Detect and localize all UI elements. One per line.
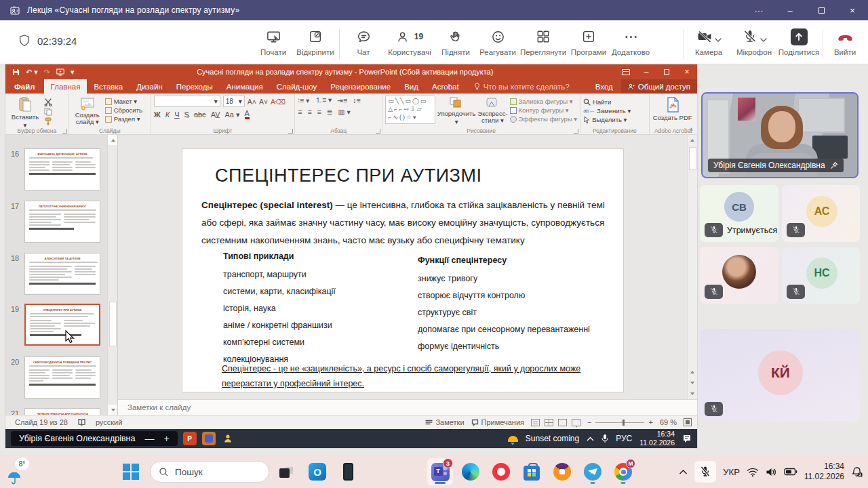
ppt-close-button[interactable]: × — [677, 64, 697, 79]
select-button[interactable]: Выделить ▾ — [583, 116, 631, 123]
tray-mic-muted-button[interactable] — [694, 461, 716, 483]
unpin-button[interactable]: Відкріпити — [294, 25, 336, 56]
mic-button[interactable]: Мікрофон — [730, 25, 778, 56]
italic-icon[interactable]: К — [165, 110, 170, 119]
window-close-button[interactable]: × — [837, 0, 868, 20]
slideshow-view-button[interactable] — [572, 419, 580, 426]
panel-scrollbar[interactable] — [107, 135, 117, 415]
language-switcher[interactable]: УКР — [723, 467, 740, 477]
zoom-slider[interactable] — [595, 422, 644, 423]
raise-hand-button[interactable]: Підняти — [435, 25, 477, 56]
tab-review[interactable]: Рецензирование — [323, 79, 397, 94]
reset-button[interactable]: Сбросить — [105, 106, 142, 114]
thumbnail-20[interactable]: 20 САМОУШКОДЖУЮЧА ПОВЕДІНКА ПРИ РАС — [5, 357, 117, 399]
paragraph-dialog-launcher[interactable] — [376, 129, 380, 134]
editor-scroll-down-button[interactable] — [688, 388, 697, 399]
font-name-combo[interactable]: ▾ — [154, 96, 220, 107]
tray-clock[interactable]: 16:3411.02.2026 — [804, 462, 844, 482]
numbering-icon[interactable]: ⒈≡ ▾ — [315, 96, 332, 105]
zoom-level[interactable]: 69 % — [660, 418, 677, 426]
pin-icon[interactable] — [830, 161, 838, 169]
strikethrough-icon[interactable]: abc — [194, 110, 206, 119]
battery-icon[interactable] — [784, 468, 797, 476]
copy-icon[interactable] — [44, 108, 52, 116]
font-dialog-launcher[interactable] — [288, 129, 293, 134]
tray-expand-chevron[interactable] — [679, 469, 688, 474]
tray-expand-icon[interactable] — [587, 436, 594, 441]
tab-home[interactable]: Главная — [44, 79, 87, 94]
chrome-icon[interactable]: M — [610, 458, 636, 485]
editor-scrollbar[interactable] — [687, 135, 697, 399]
bold-icon[interactable]: Ж — [154, 110, 161, 119]
mic-options-chevron[interactable] — [760, 38, 767, 42]
powerpoint-taskbar-icon[interactable]: P — [183, 432, 197, 445]
font-color-icon[interactable]: A — [245, 110, 250, 119]
slide-sorter-view-button[interactable] — [545, 419, 553, 426]
align-right-icon[interactable]: ≡ — [317, 108, 321, 116]
paste-button[interactable]: Вставить▾ — [8, 96, 42, 127]
outlook-icon[interactable]: O — [304, 458, 330, 485]
camera-button[interactable]: Камера — [687, 25, 730, 56]
sign-in-link[interactable]: Вход — [587, 83, 621, 91]
shared-notifications-icon[interactable] — [682, 434, 692, 443]
start-recording-button[interactable]: Почати — [252, 25, 294, 56]
share-access-button[interactable]: Общий доступ — [621, 79, 697, 94]
thumbnail-18[interactable]: 18 АЛЕКСИТИМІЯ ТА АУТИЗМ — [5, 253, 117, 295]
new-slide-button[interactable]: Создать слайд ▾ — [72, 96, 103, 127]
weather-status[interactable]: Sunset coming — [526, 434, 579, 443]
shared-lang-indicator[interactable]: РУС — [616, 434, 632, 443]
tab-acrobat[interactable]: Acrobat — [425, 79, 466, 94]
collapse-ribbon-icon[interactable]: ˄ — [690, 126, 693, 133]
change-case-icon[interactable]: Aa ▾ — [224, 110, 239, 119]
window-more-button[interactable]: ··· — [743, 0, 774, 20]
teams-taskbar-icon[interactable] — [202, 432, 216, 445]
tab-transitions[interactable]: Переходы — [170, 79, 220, 94]
shape-outline-button[interactable]: Контур фигуры ▾ — [510, 106, 578, 114]
replace-button[interactable]: ab↔Заменить ▾ — [583, 107, 631, 115]
comments-toggle[interactable]: Примечания — [471, 418, 525, 426]
fit-slide-button[interactable] — [684, 418, 692, 426]
start-button[interactable] — [119, 458, 145, 485]
pill-plus-icon[interactable]: + — [163, 433, 169, 444]
language-indicator[interactable]: русский — [96, 418, 122, 426]
ribbon-display-options-icon[interactable] — [616, 64, 636, 79]
editor-scroll-up-button[interactable] — [688, 135, 697, 146]
ppt-minimize-button[interactable]: – — [636, 64, 656, 79]
slideshow-icon[interactable] — [56, 68, 64, 76]
panel-scroll-down-button[interactable] — [108, 405, 118, 415]
undo-icon[interactable]: ↶ ▾ — [26, 68, 38, 76]
leave-button[interactable]: Вийти — [826, 25, 864, 56]
view-button[interactable]: Переглянути — [519, 25, 568, 56]
shape-fill-button[interactable]: Заливка фигуры ▾ — [510, 98, 578, 105]
current-slide[interactable]: СПЕЦІНТЕРЕС ПРИ АУТИЗМІ Спецінтерес (spe… — [182, 149, 623, 392]
tab-insert[interactable]: Вставка — [87, 79, 130, 94]
align-center-icon[interactable]: ≡ — [307, 108, 311, 116]
participant-tile-ac[interactable]: АС — [782, 185, 860, 242]
zoom-in-button[interactable]: + — [648, 418, 652, 426]
thumbnail-17[interactable]: 17 ПАТОЛОГІЧНЕ УНИКНЕННЯ ВИМОГ — [5, 201, 117, 243]
camera-options-chevron[interactable] — [715, 38, 722, 42]
quick-styles-button[interactable]: Экспресс-стили ▾ — [477, 96, 507, 127]
shape-effects-button[interactable]: Эффекты фигуры ▾ — [510, 115, 578, 123]
tab-file[interactable]: Файл — [5, 79, 44, 94]
spellcheck-icon[interactable] — [77, 418, 86, 426]
columns-icon[interactable]: ▥ ▾ — [338, 108, 351, 116]
justify-icon[interactable]: ≣ — [327, 108, 333, 116]
window-maximize-button[interactable] — [806, 0, 837, 20]
underline-icon[interactable]: Ч — [174, 110, 179, 119]
participant-tile-photo[interactable] — [700, 247, 778, 304]
volume-icon[interactable] — [766, 467, 777, 477]
save-icon[interactable] — [12, 68, 20, 76]
speaker-video-tile[interactable]: Убірія Євгенія Олександрівна — [701, 92, 859, 178]
drawing-dialog-launcher[interactable] — [574, 129, 578, 134]
tab-slideshow[interactable]: Слайд-шоу — [270, 79, 324, 94]
clipboard-dialog-launcher[interactable] — [62, 129, 67, 134]
microsoft-store-icon[interactable] — [519, 458, 545, 485]
clear-format-icon[interactable]: A⌫ — [271, 98, 285, 106]
weather-widget[interactable]: 8° — [7, 458, 29, 485]
avast-icon[interactable] — [549, 458, 575, 485]
apps-button[interactable]: Програми — [568, 25, 610, 56]
participant-tile-cv[interactable]: СВ Утримується — [700, 185, 778, 242]
participant-tile-nc[interactable]: НС — [782, 247, 860, 304]
thumbnail-19-selected[interactable]: 19 СПЕЦІНТЕРЕС ПРИ АУТИЗМІ — [5, 304, 117, 346]
